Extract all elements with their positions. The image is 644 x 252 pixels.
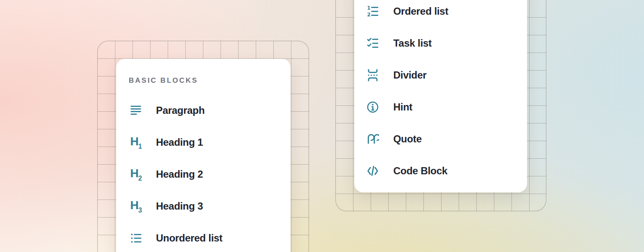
quote-icon — [366, 132, 380, 146]
menu-item-heading-3[interactable]: H3 Heading 3 — [129, 190, 291, 222]
task-list-icon — [366, 36, 380, 50]
basic-blocks-list: Paragraph H1 Heading 1 H2 Heading 2 H3 H… — [129, 94, 291, 252]
hero-background: { "colors": { "icon_teal": "#2d7e95", "l… — [0, 0, 644, 252]
menu-item-hint[interactable]: Hint — [366, 91, 527, 123]
code-block-icon — [366, 164, 380, 178]
menu-item-label: Paragraph — [156, 105, 205, 116]
menu-item-paragraph[interactable]: Paragraph — [129, 94, 291, 126]
section-label: BASIC BLOCKS — [129, 76, 291, 86]
hint-icon — [366, 100, 380, 114]
svg-text:1: 1 — [367, 5, 370, 11]
more-blocks-menu: 1 2 Ordered list Task list Divider Hint … — [354, 0, 527, 192]
basic-blocks-menu: BASIC BLOCKS Paragraph H1 Heading 1 H2 H… — [116, 59, 291, 252]
heading-3-icon: H3 — [129, 199, 143, 213]
menu-item-heading-1[interactable]: H1 Heading 1 — [129, 126, 291, 158]
menu-item-label: Hint — [393, 101, 412, 113]
menu-item-code-block[interactable]: Code Block — [366, 155, 527, 187]
svg-text:2: 2 — [367, 12, 370, 18]
menu-item-heading-2[interactable]: H2 Heading 2 — [129, 158, 291, 190]
menu-item-label: Ordered list — [393, 5, 448, 17]
menu-item-divider[interactable]: Divider — [366, 59, 527, 91]
menu-item-ordered-list[interactable]: 1 2 Ordered list — [366, 0, 527, 27]
menu-item-label: Task list — [393, 37, 432, 49]
menu-item-label: Unordered list — [156, 232, 223, 244]
menu-item-label: Divider — [393, 69, 426, 81]
menu-item-unordered-list[interactable]: Unordered list — [129, 222, 291, 252]
heading-2-icon: H2 — [129, 167, 143, 181]
menu-item-task-list[interactable]: Task list — [366, 27, 527, 59]
paragraph-icon — [129, 103, 143, 118]
menu-item-label: Heading 3 — [156, 200, 203, 212]
menu-item-label: Heading 2 — [156, 168, 203, 180]
unordered-list-icon — [129, 231, 143, 245]
menu-item-label: Heading 1 — [156, 136, 203, 148]
menu-item-label: Quote — [393, 133, 422, 145]
heading-1-icon: H1 — [129, 135, 143, 150]
divider-icon — [366, 68, 380, 82]
menu-item-quote[interactable]: Quote — [366, 123, 527, 155]
menu-item-label: Code Block — [393, 165, 447, 177]
more-blocks-list: 1 2 Ordered list Task list Divider Hint … — [366, 0, 527, 187]
ordered-list-icon: 1 2 — [366, 4, 380, 18]
